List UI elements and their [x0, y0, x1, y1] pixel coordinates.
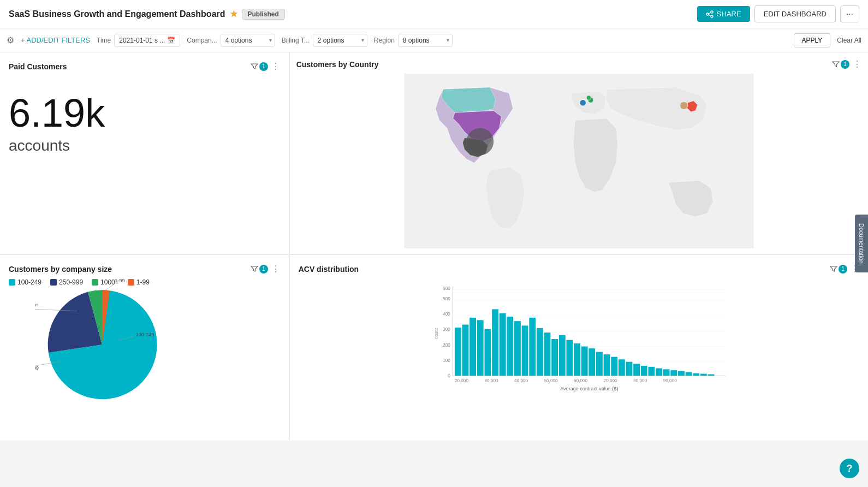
svg-text:90,000: 90,000 — [663, 378, 676, 383]
region-filter-label: Region — [374, 37, 395, 44]
documentation-tab[interactable]: Documentation — [855, 215, 868, 272]
svg-rect-65 — [708, 374, 714, 376]
paid-customers-title: Paid Customers — [9, 62, 67, 71]
customers-by-country-panel: Customers by Country 1 ⋮ — [290, 52, 868, 254]
region-filter-select[interactable]: 8 options — [398, 34, 453, 47]
paid-customers-filter-icon[interactable]: 1 — [251, 62, 268, 71]
share-button[interactable]: SHARE — [697, 6, 750, 22]
time-filter-input[interactable]: 2021-01-01 s ... 📅 — [114, 34, 180, 47]
pie-label-250-999: 250-999 — [35, 365, 39, 371]
acv-filter-badge: 1 — [839, 265, 847, 274]
bar-chart-svg: 0 100 200 300 400 500 600 count — [326, 284, 837, 393]
svg-rect-43 — [544, 332, 550, 376]
billing-filter-select[interactable]: 2 options — [313, 34, 367, 47]
svg-rect-36 — [492, 309, 498, 376]
svg-rect-47 — [574, 343, 580, 376]
acv-header: ACV distribution 1 ⋮ — [299, 264, 859, 274]
svg-text:100: 100 — [443, 358, 450, 363]
svg-text:80,000: 80,000 — [633, 378, 647, 383]
svg-rect-53 — [619, 359, 625, 376]
svg-rect-45 — [559, 335, 566, 376]
customers-by-country-title: Customers by Country — [296, 60, 379, 69]
size-filter-icon[interactable]: 1 — [251, 265, 268, 274]
svg-text:count: count — [434, 328, 439, 339]
company-filter-group: Compan... 4 options — [187, 34, 275, 47]
svg-rect-31 — [455, 328, 461, 376]
svg-rect-49 — [588, 348, 595, 376]
svg-rect-34 — [477, 320, 484, 376]
customers-by-size-title: Customers by company size — [9, 265, 112, 274]
billing-filter-select-wrap[interactable]: 2 options — [313, 34, 367, 47]
pie-label-1-99: 1-99 — [115, 278, 124, 283]
svg-rect-64 — [700, 374, 707, 376]
company-filter-select[interactable]: 4 options — [221, 34, 275, 47]
filter-icon-4 — [830, 265, 837, 273]
customers-by-size-panel: Customers by company size 1 ⋮ 100-249 25… — [0, 255, 289, 441]
settings-icon[interactable]: ⚙ — [7, 35, 14, 45]
acv-filter-icon[interactable]: 1 — [830, 265, 847, 274]
apply-button[interactable]: APPLY — [794, 33, 831, 47]
svg-rect-37 — [499, 313, 506, 376]
svg-rect-60 — [670, 370, 677, 376]
published-badge: Published — [242, 9, 285, 20]
pie-label-1000plus: 1000+ — [35, 302, 39, 308]
svg-rect-61 — [678, 371, 685, 376]
svg-text:600: 600 — [443, 286, 450, 291]
add-edit-filters-button[interactable]: + ADD/EDIT FILTERS — [21, 36, 90, 44]
more-options-button[interactable]: ⋯ — [840, 5, 859, 22]
svg-text:40,000: 40,000 — [514, 378, 528, 383]
svg-rect-55 — [633, 364, 640, 376]
edit-dashboard-button[interactable]: EDIT DASHBOARD — [754, 5, 836, 22]
svg-rect-32 — [462, 325, 468, 376]
paid-customers-actions: 1 ⋮ — [251, 61, 280, 72]
calendar-icon: 📅 — [167, 37, 175, 44]
star-icon[interactable]: ★ — [230, 9, 237, 19]
legend-color-100-249 — [9, 279, 15, 286]
paid-customers-more-icon[interactable]: ⋮ — [271, 61, 280, 72]
svg-text:400: 400 — [443, 312, 450, 317]
svg-text:0: 0 — [448, 373, 450, 378]
header-actions: SHARE EDIT DASHBOARD ⋯ — [697, 5, 859, 22]
customers-by-country-header: Customers by Country 1 ⋮ — [296, 59, 861, 69]
size-more-icon[interactable]: ⋮ — [271, 264, 280, 274]
svg-point-10 — [586, 96, 591, 100]
acv-title: ACV distribution — [299, 265, 359, 274]
svg-text:500: 500 — [443, 296, 450, 301]
svg-rect-44 — [551, 339, 558, 376]
svg-rect-54 — [626, 362, 632, 376]
svg-rect-58 — [656, 369, 662, 376]
header: SaaS Business Growth and Engagement Dash… — [0, 0, 868, 28]
paid-customers-unit: accounts — [9, 137, 280, 155]
country-filter-badge: 1 — [841, 60, 849, 69]
svg-rect-63 — [693, 373, 699, 376]
svg-rect-40 — [521, 325, 528, 376]
svg-text:70,000: 70,000 — [603, 378, 617, 383]
svg-rect-52 — [611, 357, 617, 376]
svg-point-6 — [580, 100, 586, 106]
svg-point-0 — [711, 11, 713, 13]
customers-by-country-actions: 1 ⋮ — [832, 59, 861, 69]
paid-customers-header: Paid Customers 1 ⋮ — [9, 61, 280, 72]
acv-distribution-panel: ACV distribution 1 ⋮ 0 100 200 300 40 — [290, 255, 868, 441]
filter-bar: ⚙ + ADD/EDIT FILTERS Time 2021-01-01 s .… — [0, 28, 868, 52]
svg-rect-57 — [648, 367, 655, 376]
clear-all-button[interactable]: Clear All — [837, 37, 861, 44]
svg-line-14 — [106, 284, 114, 290]
svg-rect-41 — [529, 318, 536, 376]
region-filter-select-wrap[interactable]: 8 options — [398, 34, 453, 47]
country-more-icon[interactable]: ⋮ — [853, 59, 861, 69]
billing-filter-label: Billing T... — [282, 37, 310, 44]
svg-point-2 — [711, 15, 713, 17]
country-filter-icon[interactable]: 1 — [832, 60, 849, 69]
svg-rect-56 — [641, 366, 647, 376]
svg-rect-48 — [581, 347, 587, 376]
svg-point-9 — [680, 102, 687, 109]
company-filter-select-wrap[interactable]: 4 options — [221, 34, 275, 47]
pie-chart-container: 100-249 250-999 1000+ 1-99 — [9, 290, 280, 432]
time-filter-label: Time — [97, 37, 111, 44]
paid-customers-filter-badge: 1 — [259, 62, 268, 71]
customers-by-size-actions: 1 ⋮ — [251, 264, 280, 274]
svg-text:50,000: 50,000 — [544, 378, 557, 383]
company-filter-label: Compan... — [187, 37, 217, 44]
main-grid: Paid Customers 1 ⋮ 6.19k accounts Custom… — [0, 52, 868, 441]
